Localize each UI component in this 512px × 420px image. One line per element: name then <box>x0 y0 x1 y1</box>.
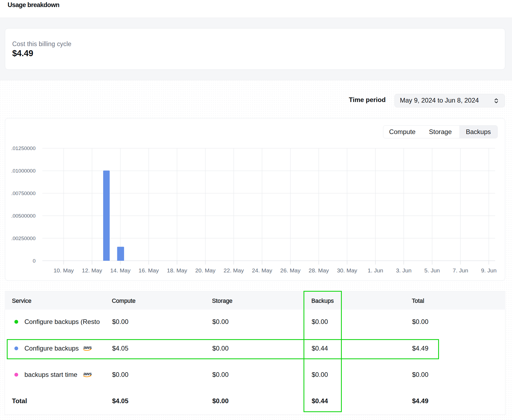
svg-text:7. Jun: 7. Jun <box>453 267 468 273</box>
svg-text:16. May: 16. May <box>138 267 159 273</box>
svg-text:24. May: 24. May <box>252 267 272 273</box>
svg-text:3. Jun: 3. Jun <box>396 267 412 273</box>
svg-text:26. May: 26. May <box>280 267 301 273</box>
svg-text:.01000000: .01000000 <box>11 168 36 174</box>
svg-text:22. May: 22. May <box>224 267 244 273</box>
svg-text:.01250000: .01250000 <box>11 145 36 151</box>
svg-text:9. Jun: 9. Jun <box>481 267 497 273</box>
svg-text:28. May: 28. May <box>309 267 329 273</box>
svg-text:18. May: 18. May <box>167 267 187 273</box>
svg-text:10. May: 10. May <box>53 267 74 273</box>
svg-text:.00250000: .00250000 <box>11 236 36 241</box>
svg-text:5. Jun: 5. Jun <box>424 267 440 273</box>
svg-text:0: 0 <box>33 258 36 264</box>
svg-text:30. May: 30. May <box>337 267 357 273</box>
svg-text:1. Jun: 1. Jun <box>368 267 383 273</box>
svg-text:.00500000: .00500000 <box>11 213 36 219</box>
svg-text:20. May: 20. May <box>195 267 216 273</box>
svg-text:12. May: 12. May <box>82 267 102 273</box>
svg-text:14. May: 14. May <box>110 267 131 273</box>
svg-text:.00750000: .00750000 <box>11 190 36 196</box>
